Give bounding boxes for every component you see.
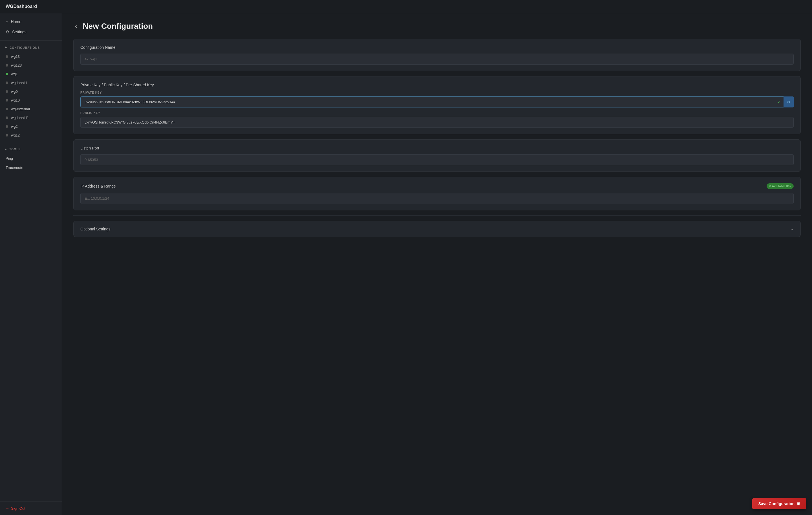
config-item-wg13[interactable]: wg13 (0, 52, 62, 61)
sign-out-button[interactable]: ⇐ Sign Out (6, 506, 56, 511)
sidebar: ⌂ Home ⚙ Settings ⚑ CONFIGURATIONS wg13 … (0, 13, 62, 515)
tools-icon: ✦ (4, 148, 7, 151)
ip-range-title: IP Address & Range (80, 184, 116, 189)
config-status-dot (6, 134, 8, 137)
public-key-group: PUBLIC KEY (80, 111, 794, 128)
listen-port-card: Listen Port (73, 139, 801, 172)
config-name-input[interactable] (80, 54, 794, 65)
listen-port-title: Listen Port (80, 146, 794, 150)
configurations-section: ⚑ CONFIGURATIONS wg13 wg123 wg1 wgdonald (0, 40, 62, 142)
config-status-dot (6, 64, 8, 66)
config-status-dot (6, 99, 8, 102)
sidebar-nav: ⌂ Home ⚙ Settings (0, 13, 62, 40)
configurations-section-label: ⚑ CONFIGURATIONS (0, 45, 62, 52)
config-item-label: wg10 (11, 98, 20, 103)
key-refresh-button[interactable]: ↻ (784, 96, 794, 108)
ip-range-card: IP Address & Range 0 Available IPs (73, 177, 801, 210)
config-status-dot (6, 116, 8, 119)
listen-port-input[interactable] (80, 154, 794, 165)
config-item-wg0[interactable]: wg0 (0, 87, 62, 96)
config-item-wg-external[interactable]: wg-external (0, 105, 62, 113)
config-item-wg123[interactable]: wg123 (0, 61, 62, 70)
divider (73, 216, 801, 216)
config-status-dot (6, 90, 8, 93)
config-item-wgdonald1[interactable]: wgdonald1 (0, 113, 62, 122)
sidebar-item-home[interactable]: ⌂ Home (0, 17, 62, 27)
sidebar-footer: ⇐ Sign Out (0, 502, 62, 515)
page-title: New Configuration (83, 22, 153, 31)
config-status-dot (6, 55, 8, 58)
config-item-wgdonald[interactable]: wgdonald (0, 78, 62, 87)
main-layout: ⌂ Home ⚙ Settings ⚑ CONFIGURATIONS wg13 … (0, 13, 812, 515)
keys-title: Private Key / Public Key / Pre-Shared Ke… (80, 83, 794, 87)
private-key-label: PRIVATE KEY (80, 91, 794, 94)
available-ips-badge: 0 Available IPs (766, 183, 794, 189)
config-item-label: wgdonald (11, 81, 27, 85)
tool-item-ping[interactable]: Ping (0, 154, 62, 163)
chevron-down-icon: ⌄ (790, 226, 794, 232)
config-item-label: wg13 (11, 54, 20, 59)
config-item-wg12[interactable]: wg12 (0, 131, 62, 140)
config-item-wg1[interactable]: wg1 (0, 70, 62, 78)
key-actions: ✓ ↻ (774, 96, 794, 108)
config-status-dot (6, 108, 8, 110)
sidebar-item-home-label: Home (11, 20, 21, 24)
page-header: ‹ New Configuration (73, 22, 801, 31)
keys-card: Private Key / Public Key / Pre-Shared Ke… (73, 76, 801, 134)
config-item-label: wg0 (11, 89, 18, 94)
gear-icon: ⚙ (6, 30, 9, 34)
config-item-label: wg-external (11, 107, 30, 111)
save-icon: ⊞ (797, 502, 800, 506)
optional-settings-label: Optional Settings (80, 227, 111, 231)
private-key-wrapper: ✓ ↻ (80, 96, 794, 108)
sidebar-item-settings-label: Settings (12, 30, 27, 34)
private-key-input[interactable] (80, 96, 794, 108)
public-key-label: PUBLIC KEY (80, 111, 794, 115)
tool-item-traceroute[interactable]: Traceroute (0, 163, 62, 172)
config-item-label: wg123 (11, 63, 22, 67)
config-name-title: Configuration Name (80, 45, 794, 50)
config-status-dot (6, 82, 8, 84)
save-configuration-button[interactable]: Save Configuration ⊞ (752, 498, 806, 509)
home-icon: ⌂ (6, 20, 8, 24)
config-item-label: wg12 (11, 133, 20, 137)
sidebar-item-settings[interactable]: ⚙ Settings (0, 27, 62, 37)
config-status-dot (6, 73, 8, 75)
flag-icon: ⚑ (4, 46, 7, 49)
save-button-label: Save Configuration (758, 502, 794, 506)
config-item-label: wgdonald1 (11, 116, 29, 120)
ip-range-input[interactable] (80, 193, 794, 204)
sign-out-icon: ⇐ (6, 506, 9, 511)
refresh-icon: ↻ (787, 100, 790, 104)
config-name-card: Configuration Name (73, 39, 801, 71)
config-item-label: wg2 (11, 124, 18, 128)
app-title: WGDashboard (6, 4, 37, 9)
config-item-label: wg1 (11, 72, 18, 76)
optional-settings-card[interactable]: Optional Settings ⌄ (73, 221, 801, 237)
config-status-dot (6, 125, 8, 128)
tools-section-label: ✦ TOOLS (0, 147, 62, 154)
sign-out-label: Sign Out (11, 506, 25, 511)
check-icon: ✓ (777, 99, 781, 105)
public-key-input[interactable] (80, 117, 794, 128)
ip-range-header: IP Address & Range 0 Available IPs (80, 183, 794, 189)
config-item-wg10[interactable]: wg10 (0, 96, 62, 105)
private-key-group: PRIVATE KEY ✓ ↻ (80, 91, 794, 108)
tools-section: ✦ TOOLS Ping Traceroute (0, 142, 62, 175)
key-confirm-button[interactable]: ✓ (774, 96, 784, 108)
topbar: WGDashboard (0, 0, 812, 13)
main-content: ‹ New Configuration Configuration Name P… (62, 13, 812, 515)
back-button[interactable]: ‹ (73, 23, 79, 30)
config-item-wg2[interactable]: wg2 (0, 122, 62, 131)
